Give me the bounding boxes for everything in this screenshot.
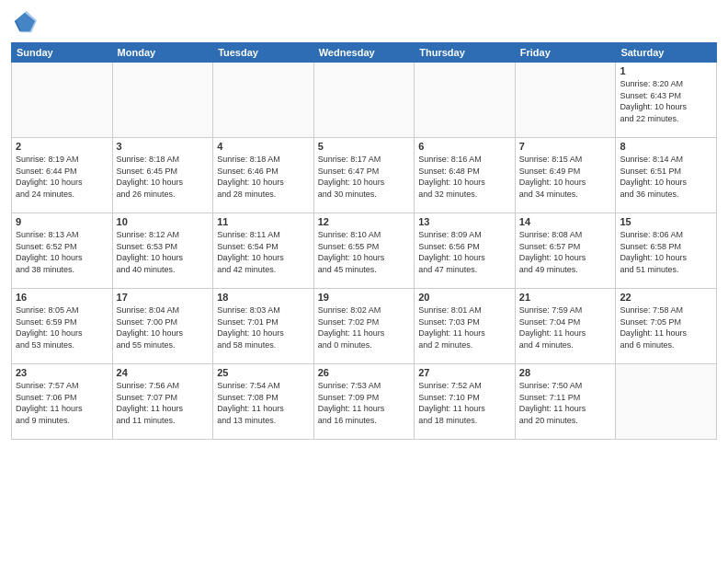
calendar: SundayMondayTuesdayWednesdayThursdayFrid… — [11, 42, 717, 440]
day-number: 5 — [318, 141, 411, 152]
weekday-header-tuesday: Tuesday — [213, 43, 314, 63]
calendar-cell: 15Sunrise: 8:06 AM Sunset: 6:58 PM Dayli… — [616, 213, 717, 289]
calendar-cell: 2Sunrise: 8:19 AM Sunset: 6:44 PM Daylig… — [12, 138, 113, 213]
day-number: 9 — [16, 216, 108, 227]
weekday-header-friday: Friday — [515, 43, 616, 63]
day-number: 4 — [217, 141, 310, 152]
calendar-cell: 3Sunrise: 8:18 AM Sunset: 6:45 PM Daylig… — [112, 138, 213, 213]
calendar-cell: 12Sunrise: 8:10 AM Sunset: 6:55 PM Dayli… — [313, 213, 415, 289]
calendar-cell: 22Sunrise: 7:58 AM Sunset: 7:05 PM Dayli… — [616, 289, 717, 364]
day-number: 13 — [418, 216, 511, 227]
calendar-cell: 6Sunrise: 8:16 AM Sunset: 6:48 PM Daylig… — [415, 138, 516, 213]
day-number: 12 — [318, 216, 411, 227]
calendar-cell: 14Sunrise: 8:08 AM Sunset: 6:57 PM Dayli… — [515, 213, 616, 289]
day-info: Sunrise: 8:01 AM Sunset: 7:03 PM Dayligh… — [418, 304, 511, 350]
weekday-header-thursday: Thursday — [415, 43, 516, 63]
calendar-cell: 9Sunrise: 8:13 AM Sunset: 6:52 PM Daylig… — [12, 213, 113, 289]
calendar-cell: 20Sunrise: 8:01 AM Sunset: 7:03 PM Dayli… — [415, 289, 516, 364]
day-number: 1 — [620, 65, 712, 76]
calendar-cell — [112, 63, 213, 138]
calendar-cell — [415, 63, 516, 138]
week-row-4: 16Sunrise: 8:05 AM Sunset: 6:59 PM Dayli… — [12, 289, 717, 364]
calendar-cell: 23Sunrise: 7:57 AM Sunset: 7:06 PM Dayli… — [12, 364, 113, 440]
day-number: 10 — [117, 216, 210, 227]
day-number: 7 — [519, 141, 612, 152]
day-number: 6 — [418, 141, 511, 152]
day-info: Sunrise: 8:19 AM Sunset: 6:44 PM Dayligh… — [16, 154, 108, 200]
day-number: 20 — [418, 292, 511, 303]
day-number: 14 — [519, 216, 612, 227]
weekday-header-row: SundayMondayTuesdayWednesdayThursdayFrid… — [12, 43, 717, 63]
day-info: Sunrise: 8:04 AM Sunset: 7:00 PM Dayligh… — [117, 304, 210, 350]
day-info: Sunrise: 7:50 AM Sunset: 7:11 PM Dayligh… — [519, 380, 612, 426]
day-info: Sunrise: 8:17 AM Sunset: 6:47 PM Dayligh… — [318, 154, 411, 200]
calendar-cell: 26Sunrise: 7:53 AM Sunset: 7:09 PM Dayli… — [313, 364, 415, 440]
calendar-cell: 8Sunrise: 8:14 AM Sunset: 6:51 PM Daylig… — [616, 138, 717, 213]
calendar-cell — [213, 63, 314, 138]
day-info: Sunrise: 8:16 AM Sunset: 6:48 PM Dayligh… — [418, 154, 511, 200]
calendar-cell: 19Sunrise: 8:02 AM Sunset: 7:02 PM Dayli… — [313, 289, 415, 364]
day-info: Sunrise: 8:15 AM Sunset: 6:49 PM Dayligh… — [519, 154, 612, 200]
day-number: 18 — [217, 292, 310, 303]
calendar-cell — [12, 63, 113, 138]
day-info: Sunrise: 8:10 AM Sunset: 6:55 PM Dayligh… — [318, 229, 411, 275]
week-row-5: 23Sunrise: 7:57 AM Sunset: 7:06 PM Dayli… — [12, 364, 717, 440]
calendar-cell — [313, 63, 415, 138]
day-info: Sunrise: 8:09 AM Sunset: 6:56 PM Dayligh… — [418, 229, 511, 275]
calendar-cell — [616, 364, 717, 440]
calendar-cell: 4Sunrise: 8:18 AM Sunset: 6:46 PM Daylig… — [213, 138, 314, 213]
calendar-cell: 16Sunrise: 8:05 AM Sunset: 6:59 PM Dayli… — [12, 289, 113, 364]
day-info: Sunrise: 8:11 AM Sunset: 6:54 PM Dayligh… — [217, 229, 310, 275]
day-info: Sunrise: 7:56 AM Sunset: 7:07 PM Dayligh… — [117, 380, 210, 426]
calendar-cell: 11Sunrise: 8:11 AM Sunset: 6:54 PM Dayli… — [213, 213, 314, 289]
day-number: 27 — [418, 367, 511, 378]
logo-icon — [11, 9, 37, 35]
calendar-cell: 21Sunrise: 7:59 AM Sunset: 7:04 PM Dayli… — [515, 289, 616, 364]
calendar-cell: 5Sunrise: 8:17 AM Sunset: 6:47 PM Daylig… — [313, 138, 415, 213]
day-info: Sunrise: 8:06 AM Sunset: 6:58 PM Dayligh… — [620, 229, 712, 275]
weekday-header-wednesday: Wednesday — [313, 43, 415, 63]
day-info: Sunrise: 8:02 AM Sunset: 7:02 PM Dayligh… — [318, 304, 411, 350]
calendar-cell: 10Sunrise: 8:12 AM Sunset: 6:53 PM Dayli… — [112, 213, 213, 289]
day-info: Sunrise: 7:58 AM Sunset: 7:05 PM Dayligh… — [620, 304, 712, 350]
day-info: Sunrise: 7:57 AM Sunset: 7:06 PM Dayligh… — [16, 380, 108, 426]
day-info: Sunrise: 7:52 AM Sunset: 7:10 PM Dayligh… — [418, 380, 511, 426]
weekday-header-monday: Monday — [112, 43, 213, 63]
day-number: 24 — [117, 367, 210, 378]
week-row-1: 1Sunrise: 8:20 AM Sunset: 6:43 PM Daylig… — [12, 63, 717, 138]
header — [11, 9, 717, 35]
calendar-cell: 1Sunrise: 8:20 AM Sunset: 6:43 PM Daylig… — [616, 63, 717, 138]
day-number: 22 — [620, 292, 712, 303]
day-number: 25 — [217, 367, 310, 378]
day-info: Sunrise: 8:13 AM Sunset: 6:52 PM Dayligh… — [16, 229, 108, 275]
weekday-header-sunday: Sunday — [12, 43, 113, 63]
day-number: 26 — [318, 367, 411, 378]
calendar-cell: 27Sunrise: 7:52 AM Sunset: 7:10 PM Dayli… — [415, 364, 516, 440]
day-number: 16 — [16, 292, 108, 303]
day-info: Sunrise: 8:14 AM Sunset: 6:51 PM Dayligh… — [620, 154, 712, 200]
day-info: Sunrise: 8:20 AM Sunset: 6:43 PM Dayligh… — [620, 78, 712, 124]
calendar-cell: 7Sunrise: 8:15 AM Sunset: 6:49 PM Daylig… — [515, 138, 616, 213]
day-number: 15 — [620, 216, 712, 227]
day-info: Sunrise: 8:18 AM Sunset: 6:45 PM Dayligh… — [117, 154, 210, 200]
calendar-cell: 25Sunrise: 7:54 AM Sunset: 7:08 PM Dayli… — [213, 364, 314, 440]
day-number: 19 — [318, 292, 411, 303]
day-number: 21 — [519, 292, 612, 303]
day-number: 3 — [117, 141, 210, 152]
calendar-cell: 18Sunrise: 8:03 AM Sunset: 7:01 PM Dayli… — [213, 289, 314, 364]
day-number: 17 — [117, 292, 210, 303]
calendar-cell: 24Sunrise: 7:56 AM Sunset: 7:07 PM Dayli… — [112, 364, 213, 440]
day-info: Sunrise: 8:08 AM Sunset: 6:57 PM Dayligh… — [519, 229, 612, 275]
day-info: Sunrise: 8:05 AM Sunset: 6:59 PM Dayligh… — [16, 304, 108, 350]
day-info: Sunrise: 8:03 AM Sunset: 7:01 PM Dayligh… — [217, 304, 310, 350]
calendar-cell: 28Sunrise: 7:50 AM Sunset: 7:11 PM Dayli… — [515, 364, 616, 440]
day-number: 28 — [519, 367, 612, 378]
logo — [11, 9, 40, 35]
day-info: Sunrise: 8:12 AM Sunset: 6:53 PM Dayligh… — [117, 229, 210, 275]
page: SundayMondayTuesdayWednesdayThursdayFrid… — [0, 0, 728, 563]
day-info: Sunrise: 7:53 AM Sunset: 7:09 PM Dayligh… — [318, 380, 411, 426]
calendar-cell: 17Sunrise: 8:04 AM Sunset: 7:00 PM Dayli… — [112, 289, 213, 364]
day-number: 2 — [16, 141, 108, 152]
calendar-cell: 13Sunrise: 8:09 AM Sunset: 6:56 PM Dayli… — [415, 213, 516, 289]
day-number: 8 — [620, 141, 712, 152]
